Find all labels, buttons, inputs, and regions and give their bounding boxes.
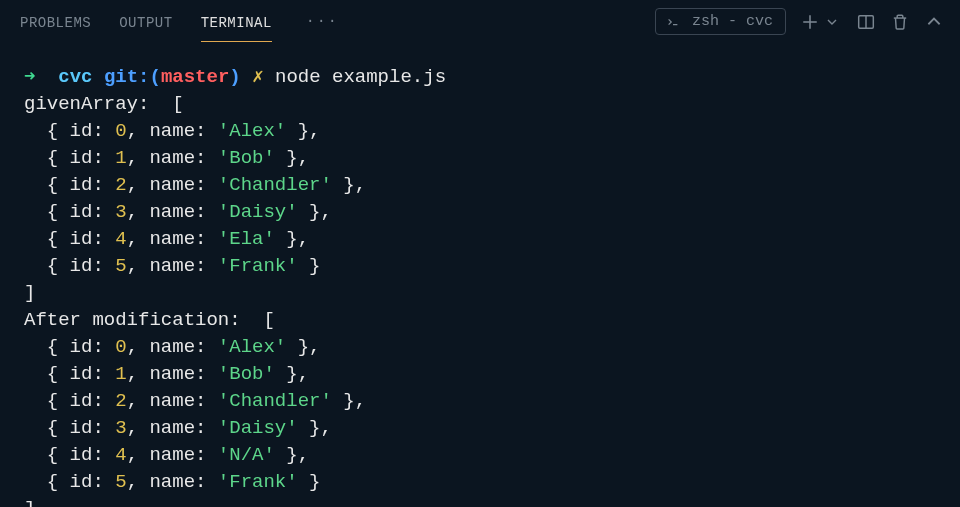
shell-label: zsh - cvc <box>692 13 773 30</box>
prompt-branch-open: ( <box>150 66 161 88</box>
panel-tabs: PROBLEMS OUTPUT TERMINAL ··· <box>20 1 339 42</box>
output-line: ] <box>24 496 936 508</box>
output-line: givenArray: [ <box>24 91 936 118</box>
output-line: { id: 5, name: 'Frank' } <box>24 469 936 496</box>
prompt-line: ➜ cvc git:(master) ✗ node example.js <box>24 64 936 91</box>
output-line: ] <box>24 280 936 307</box>
name-value: 'Daisy' <box>218 417 298 439</box>
maximize-panel-button[interactable] <box>924 12 944 32</box>
output-line: { id: 4, name: 'N/A' }, <box>24 442 936 469</box>
output-line: { id: 2, name: 'Chandler' }, <box>24 388 936 415</box>
name-value: 'Alex' <box>218 120 286 142</box>
output-line: { id: 2, name: 'Chandler' }, <box>24 172 936 199</box>
prompt-branch: master <box>161 66 229 88</box>
id-value: 1 <box>115 147 126 169</box>
output-line: { id: 1, name: 'Bob' }, <box>24 145 936 172</box>
new-terminal-dropdown[interactable] <box>822 12 842 32</box>
new-terminal-button[interactable] <box>800 12 820 32</box>
id-value: 2 <box>115 390 126 412</box>
shell-selector[interactable]: zsh - cvc <box>655 8 786 35</box>
prompt-cwd: cvc <box>58 66 92 88</box>
prompt-git-label: git: <box>104 66 150 88</box>
panel-header: PROBLEMS OUTPUT TERMINAL ··· zsh - cvc <box>0 0 960 44</box>
prompt-arrow: ➜ <box>24 66 35 88</box>
name-value: 'Ela' <box>218 228 275 250</box>
id-value: 1 <box>115 363 126 385</box>
name-value: 'N/A' <box>218 444 275 466</box>
output-line: { id: 0, name: 'Alex' }, <box>24 334 936 361</box>
tabs-overflow-button[interactable]: ··· <box>300 13 339 30</box>
kill-terminal-button[interactable] <box>890 12 910 32</box>
id-value: 5 <box>115 255 126 277</box>
name-value: 'Chandler' <box>218 390 332 412</box>
id-value: 4 <box>115 228 126 250</box>
name-value: 'Bob' <box>218 147 275 169</box>
id-value: 0 <box>115 120 126 142</box>
output-line: { id: 0, name: 'Alex' }, <box>24 118 936 145</box>
panel-actions: zsh - cvc <box>655 8 944 35</box>
id-value: 3 <box>115 201 126 223</box>
id-value: 3 <box>115 417 126 439</box>
prompt-branch-close: ) <box>229 66 240 88</box>
id-value: 2 <box>115 174 126 196</box>
terminal-icon <box>666 15 680 29</box>
output-line: { id: 3, name: 'Daisy' }, <box>24 415 936 442</box>
prompt-dirty-icon: ✗ <box>252 66 263 88</box>
id-value: 5 <box>115 471 126 493</box>
output-line: { id: 4, name: 'Ela' }, <box>24 226 936 253</box>
output-line: { id: 5, name: 'Frank' } <box>24 253 936 280</box>
split-terminal-button[interactable] <box>856 12 876 32</box>
terminal-output[interactable]: ➜ cvc git:(master) ✗ node example.js giv… <box>0 44 960 507</box>
output-line: After modification: [ <box>24 307 936 334</box>
tab-output[interactable]: OUTPUT <box>119 1 172 42</box>
name-value: 'Frank' <box>218 255 298 277</box>
id-value: 4 <box>115 444 126 466</box>
tab-problems[interactable]: PROBLEMS <box>20 1 91 42</box>
output-line: { id: 1, name: 'Bob' }, <box>24 361 936 388</box>
name-value: 'Frank' <box>218 471 298 493</box>
command-text: node example.js <box>275 66 446 88</box>
name-value: 'Bob' <box>218 363 275 385</box>
id-value: 0 <box>115 336 126 358</box>
name-value: 'Alex' <box>218 336 286 358</box>
name-value: 'Chandler' <box>218 174 332 196</box>
name-value: 'Daisy' <box>218 201 298 223</box>
output-line: { id: 3, name: 'Daisy' }, <box>24 199 936 226</box>
tab-terminal[interactable]: TERMINAL <box>201 1 272 42</box>
